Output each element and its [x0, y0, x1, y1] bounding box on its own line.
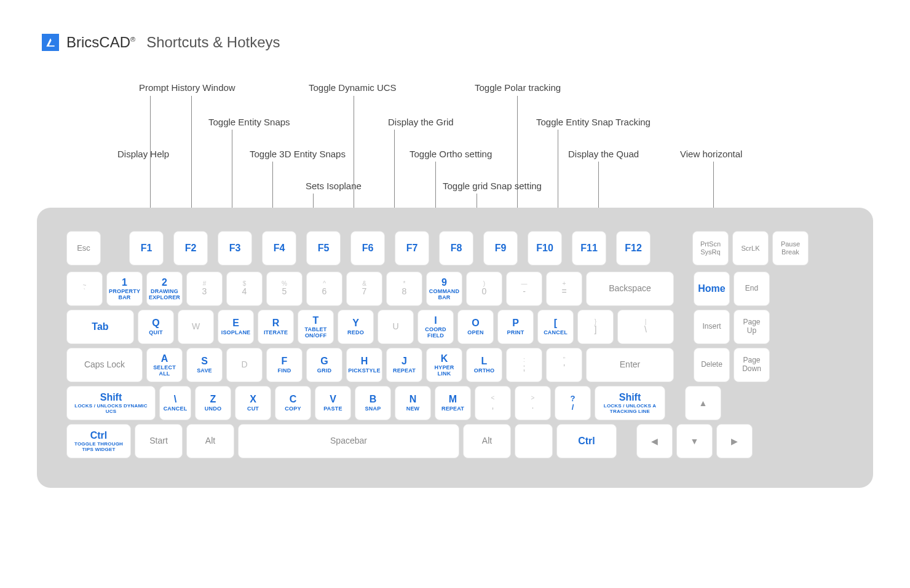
key-s[interactable]: SSAVE	[186, 348, 223, 382]
km-bot: REPEAT	[441, 406, 464, 412]
key-f5-label: F5	[318, 243, 330, 254]
key-8[interactable]: *8	[386, 272, 422, 306]
key-backslash[interactable]: \CANCEL	[159, 386, 191, 420]
key-minus[interactable]: —-	[506, 272, 542, 306]
key-esc[interactable]: Esc	[66, 231, 101, 265]
key-v[interactable]: VPASTE	[315, 386, 351, 420]
key-r[interactable]: RITERATE	[258, 310, 294, 344]
key-h[interactable]: HPICKSTYLE	[346, 348, 382, 382]
key-w[interactable]: W	[178, 310, 214, 344]
key-p[interactable]: PPRINT	[497, 310, 534, 344]
key-f12-label: F12	[625, 243, 642, 254]
key-period[interactable]: >.	[515, 386, 551, 420]
key-shift-r[interactable]: ShiftLOCKS / UNLOCKS A TRACKING LINE	[595, 386, 665, 420]
key-f9[interactable]: F9	[483, 231, 518, 265]
key-i[interactable]: ICOORD FIELD	[417, 310, 454, 344]
key-d[interactable]: D	[226, 348, 263, 382]
key-backslash2[interactable]: |\	[617, 310, 674, 344]
key-arrow-left[interactable]: ◀	[636, 424, 673, 458]
kg-bot: GRID	[317, 368, 331, 374]
key-m[interactable]: MREPEAT	[435, 386, 471, 420]
key-b[interactable]: BSNAP	[355, 386, 391, 420]
key-f12[interactable]: F12	[616, 231, 651, 265]
key-k[interactable]: KHYPER LINK	[426, 348, 462, 382]
key-a[interactable]: ASELECT ALL	[146, 348, 183, 382]
callout-f3: Toggle Entity Snaps	[208, 117, 290, 127]
key-g[interactable]: GGRID	[306, 348, 342, 382]
key-arrow-up[interactable]: ▲	[685, 386, 721, 420]
key-x[interactable]: XCUT	[235, 386, 271, 420]
key-z[interactable]: ZUNDO	[195, 386, 231, 420]
key-arrow-down[interactable]: ▼	[676, 424, 713, 458]
key-enter[interactable]: Enter	[586, 348, 674, 382]
key-equals[interactable]: +=	[546, 272, 582, 306]
key-alt-l[interactable]: Alt	[186, 424, 234, 458]
key-f1[interactable]: F1	[129, 231, 164, 265]
key-backspace[interactable]: Backspace	[586, 272, 674, 306]
key-5[interactable]: %5	[266, 272, 303, 306]
key-ctrlR-label: Ctrl	[578, 436, 595, 447]
key-c[interactable]: CCOPY	[275, 386, 311, 420]
key-f11[interactable]: F11	[572, 231, 606, 265]
key-f[interactable]: FFIND	[266, 348, 303, 382]
key-o[interactable]: OOPEN	[457, 310, 494, 344]
key-semicolon[interactable]: :;	[506, 348, 542, 382]
key-n[interactable]: NNEW	[395, 386, 431, 420]
key-0[interactable]: )0	[466, 272, 502, 306]
key-arrow-right[interactable]: ▶	[716, 424, 753, 458]
key-ctrl-r[interactable]: Ctrl	[556, 424, 617, 458]
key-f6[interactable]: F6	[350, 231, 385, 265]
key-f4[interactable]: F4	[262, 231, 296, 265]
key-bracket-l[interactable]: [CANCEL	[537, 310, 574, 344]
key-9[interactable]: 9COMMAND BAR	[426, 272, 462, 306]
key-3[interactable]: #3	[186, 272, 223, 306]
key-f5[interactable]: F5	[306, 231, 341, 265]
key-start[interactable]: Start	[135, 424, 183, 458]
kd-top: D	[241, 360, 247, 369]
key-bracket-r[interactable]: }]	[577, 310, 614, 344]
key-menu[interactable]	[515, 424, 553, 458]
key-tilde[interactable]: ~ `	[66, 272, 103, 306]
key-shift-l[interactable]: ShiftLOCKS / UNLOCKS DYNAMIC UCS	[66, 386, 156, 420]
key-j[interactable]: JREPEAT	[386, 348, 422, 382]
key-pgdn[interactable]: Page Down	[734, 348, 770, 382]
key-tab[interactable]: Tab	[66, 310, 134, 344]
key-pgup[interactable]: Page Up	[734, 310, 770, 344]
key-y[interactable]: YREDO	[338, 310, 374, 344]
kq-top: Q	[152, 318, 159, 329]
key-2[interactable]: 2DRAWING EXPLORER	[146, 272, 183, 306]
key-capslock[interactable]: Caps Lock	[66, 348, 143, 382]
key-f3[interactable]: F3	[218, 231, 252, 265]
key-1[interactable]: 1PROPERTY BAR	[106, 272, 143, 306]
key-delete[interactable]: Delete	[694, 348, 730, 382]
key-scrlk[interactable]: ScrLK	[732, 231, 769, 265]
key-7[interactable]: &7	[346, 272, 382, 306]
key-f8[interactable]: F8	[439, 231, 473, 265]
key-6[interactable]: ^6	[306, 272, 342, 306]
key-spacebar[interactable]: Spacebar	[238, 424, 459, 458]
key-prtscn[interactable]: PrtScn SysRq	[692, 231, 729, 265]
key-4[interactable]: $4	[226, 272, 263, 306]
key-e[interactable]: EISOPLANE	[218, 310, 254, 344]
key-ctrl-l[interactable]: CtrlTOGGLE THROUGH TIPS WIDGET	[66, 424, 131, 458]
k1-top: 1	[122, 277, 127, 288]
key-slash[interactable]: ?/	[555, 386, 591, 420]
key-f10[interactable]: F10	[528, 231, 562, 265]
key-f7[interactable]: F7	[395, 231, 429, 265]
key-l[interactable]: LORTHO	[466, 348, 502, 382]
key-quote[interactable]: "'	[546, 348, 582, 382]
key-pause[interactable]: Pause Break	[772, 231, 809, 265]
kt-top: T	[313, 315, 319, 326]
key-f7-label: F7	[406, 243, 418, 254]
key-comma[interactable]: <,	[475, 386, 511, 420]
key-f2[interactable]: F2	[173, 231, 208, 265]
kn-top: N	[410, 394, 417, 405]
key-u[interactable]: U	[378, 310, 414, 344]
key-end[interactable]: End	[734, 272, 770, 306]
key-home[interactable]: Home	[694, 272, 730, 306]
key-q[interactable]: QQUIT	[138, 310, 174, 344]
key-t[interactable]: TTABLET ON/OFF	[298, 310, 334, 344]
key-alt-r[interactable]: Alt	[463, 424, 511, 458]
kbsl-bot: CANCEL	[164, 406, 188, 412]
key-insert[interactable]: Insert	[694, 310, 730, 344]
